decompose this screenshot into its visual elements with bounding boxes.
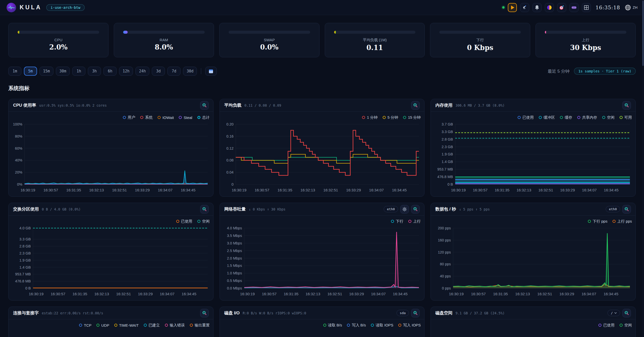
chart-zoom-button[interactable]: [200, 101, 209, 110]
chart-subtitle: 0.11 / 0.08 / 0.09: [244, 103, 281, 107]
svg-text:16:32:51: 16:32:51: [327, 292, 342, 296]
time-range-12h[interactable]: 12h: [119, 67, 133, 76]
legend-item[interactable]: 已使用: [518, 115, 534, 120]
time-range-1h[interactable]: 1h: [72, 67, 85, 76]
magnifier-icon: [202, 103, 207, 108]
legend-item[interactable]: 系统: [140, 115, 153, 120]
time-range-15m[interactable]: 15m: [40, 67, 53, 76]
legend-item[interactable]: 输出重置: [190, 323, 210, 328]
theme-button[interactable]: [545, 3, 554, 12]
legend-item[interactable]: 总计: [197, 115, 210, 120]
scrollbar-thumb[interactable]: [642, 1, 644, 66]
time-range-30d[interactable]: 30d: [183, 67, 197, 76]
time-range-7d[interactable]: 7d: [167, 67, 181, 76]
chart-zoom-button[interactable]: [411, 309, 420, 317]
chart-body: 读取 B/s写入 B/s读取 IOPS写入 IOPS: [220, 319, 424, 337]
legend-item[interactable]: 空闲: [620, 323, 632, 328]
legend-item[interactable]: 读取 B/s: [323, 323, 342, 328]
play-button[interactable]: [508, 3, 517, 12]
legend-item[interactable]: 上行: [408, 219, 421, 224]
interface-select[interactable]: sda: [397, 310, 409, 316]
legend-item[interactable]: 上行 pps: [613, 219, 632, 224]
chart-title: 数据包 / 秒: [435, 206, 456, 212]
language-label: ZH: [633, 6, 637, 10]
svg-text:16:31:35: 16:31:35: [493, 292, 508, 296]
legend-item[interactable]: 已建立: [144, 323, 160, 328]
legend-item[interactable]: 已使用: [598, 323, 615, 328]
legend-item[interactable]: IOWait: [158, 115, 174, 120]
chart-title: 内存使用: [435, 102, 452, 108]
time-range-5m[interactable]: 5m: [24, 67, 37, 76]
legend-item[interactable]: 下行: [391, 219, 403, 224]
legend-item[interactable]: 用户: [123, 115, 135, 120]
hostname-badge[interactable]: i-use-arch-btw: [46, 4, 85, 11]
legend-item[interactable]: TCP: [79, 323, 91, 327]
legend-item[interactable]: 写入 IOPS: [398, 323, 421, 328]
svg-text:80 pps: 80 pps: [440, 262, 451, 266]
chart-title: 连接与套接字: [13, 310, 39, 316]
svg-text:2.3 GB: 2.3 GB: [19, 251, 31, 255]
time-range-3h[interactable]: 3h: [88, 67, 101, 76]
satellite-button[interactable]: [520, 3, 529, 12]
legend-item[interactable]: 读取 IOPS: [371, 323, 393, 328]
legend-item[interactable]: 1 分钟: [362, 115, 378, 120]
time-range-1m[interactable]: 1m: [8, 67, 21, 76]
custom-range-button[interactable]: [205, 67, 217, 76]
section-title: 系统指标: [8, 85, 636, 92]
legend-item[interactable]: Steal: [179, 115, 192, 120]
chart-header: 内存使用 306.6 MB / 3.7 GB (8.0%): [431, 99, 635, 112]
language-switcher[interactable]: ZH: [625, 5, 637, 11]
legend-item[interactable]: 空闲: [602, 115, 615, 120]
time-range-24h[interactable]: 24h: [135, 67, 149, 76]
svg-text:0 B: 0 B: [448, 182, 453, 186]
chart-zoom-button[interactable]: [411, 101, 420, 110]
legend-item[interactable]: 写入 B/s: [347, 323, 366, 328]
chart-zoom-button[interactable]: [200, 205, 209, 214]
svg-text:953.7 MB: 953.7 MB: [437, 167, 453, 171]
stat-label: CPU: [18, 38, 99, 42]
svg-text:16:30:19: 16:30:19: [451, 188, 466, 192]
legend-item[interactable]: 缓冲区: [539, 115, 555, 120]
legend-item[interactable]: 输入错误: [165, 323, 185, 328]
time-range-6h[interactable]: 6h: [103, 67, 117, 76]
target-button[interactable]: [557, 3, 566, 12]
chart-legend: 读取 B/s写入 B/s读取 IOPS写入 IOPS: [223, 321, 421, 329]
stat-label: SWAP: [229, 38, 310, 42]
svg-text:3.5 Mbps: 3.5 Mbps: [227, 234, 242, 238]
legend-item[interactable]: TIME-WAIT: [114, 323, 139, 327]
legend-item[interactable]: 已使用: [176, 219, 192, 224]
legend-item[interactable]: 空闲: [197, 219, 210, 224]
chart-zoom-button[interactable]: [411, 205, 420, 214]
games-button[interactable]: [569, 3, 579, 12]
notifications-button[interactable]: [532, 3, 542, 12]
chart-zoom-button[interactable]: [622, 309, 631, 317]
legend-item[interactable]: 共享内存: [577, 115, 597, 120]
svg-text:100%: 100%: [13, 122, 22, 126]
legend-item[interactable]: 15 分钟: [403, 115, 421, 120]
legend-item[interactable]: 可用: [620, 115, 632, 120]
chart-header: CPU 使用率 usr:0.5% sys:0.5% io:0.0% 2 core…: [9, 99, 213, 112]
legend-item[interactable]: 下行 pps: [588, 219, 607, 224]
svg-text:16:30:19: 16:30:19: [29, 292, 43, 296]
time-range-3d[interactable]: 3d: [152, 67, 165, 76]
chart-zoom-button[interactable]: [622, 101, 631, 110]
svg-text:0.04: 0.04: [226, 170, 233, 174]
legend-item[interactable]: 缓存: [560, 115, 572, 120]
satellite-icon: [522, 5, 527, 10]
chart-zoom-button[interactable]: [200, 309, 209, 317]
time-range-30m[interactable]: 30m: [56, 67, 70, 76]
svg-text:3.7 GB: 3.7 GB: [442, 122, 453, 126]
apps-grid-button[interactable]: [582, 3, 591, 12]
svg-text:16:33:29: 16:33:29: [138, 292, 153, 296]
interface-select[interactable]: eth0: [606, 206, 620, 212]
stat-progress-track: [439, 31, 521, 34]
interface-select[interactable]: /: [607, 310, 620, 316]
chart-body: 1 分钟5 分钟15 分钟 0.200.160.120.080.04016:30…: [220, 112, 424, 196]
chart-settings-button[interactable]: [400, 205, 409, 214]
legend-item[interactable]: UDP: [96, 323, 109, 327]
interface-select[interactable]: eth0: [384, 206, 398, 212]
legend-item[interactable]: 5 分钟: [383, 115, 398, 120]
page-scrollbar[interactable]: [642, 0, 644, 337]
chart-zoom-button[interactable]: [622, 205, 631, 214]
svg-text:2.0 Mbps: 2.0 Mbps: [227, 256, 242, 260]
